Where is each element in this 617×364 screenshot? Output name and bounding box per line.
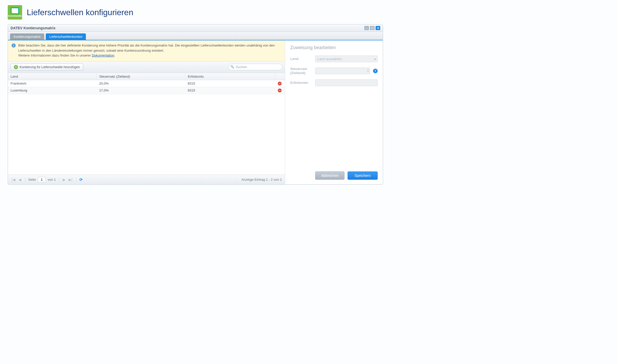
search-input[interactable] [228,64,282,70]
last-page-icon[interactable]: ▶| [68,178,73,182]
label-land: Land: [290,57,312,61]
col-steuersatz[interactable]: Steuersatz (Zielland) [97,73,185,80]
label-steuersatz: Steuersatz (Zielland): [290,67,312,75]
land-select[interactable]: Land auswählen ▾ [315,56,378,62]
previous-page-icon[interactable]: ◀ [18,178,22,182]
panel-title: DATEV Kontierungsmatrix [11,26,56,30]
page-title: Lieferschwellen konfigurieren [27,8,133,17]
pager-summary: Anzeige Eintrag 1 - 2 von 2 [241,178,282,181]
panel-datev-kontierungsmatrix: DATEV Kontierungsmatrix — ◻ ✕ Kontierung… [8,24,383,185]
help-icon[interactable]: ? [373,69,378,73]
col-land[interactable]: Land [8,73,97,80]
save-button[interactable]: Speichern [348,171,378,180]
documentation-link[interactable]: Dokumentation [92,53,114,57]
add-kontierung-button[interactable]: + Kontierung für Lieferschwelle hinzufüg… [11,63,83,71]
info-box: i Bitte beachten Sie, dass die hier defi… [8,40,285,61]
tab-lieferschwellenkonten[interactable]: Lieferschwellenkonten [46,33,86,40]
logo-datev-schnittstelle: Schnittstelle [8,5,22,20]
minimize-icon[interactable]: — [364,26,369,30]
first-page-icon[interactable]: |◀ [11,178,16,182]
page-number-input[interactable] [38,177,46,182]
info-icon: i [12,43,16,48]
next-page-icon[interactable]: ▶ [62,178,66,182]
cancel-button[interactable]: Abbrechen [315,171,344,180]
chevron-down-icon: ▾ [374,58,376,61]
table-row[interactable]: Luxemburg 17,0% 8315 − [8,87,285,94]
search-icon: 🔍 [230,65,234,69]
col-erloeskonto[interactable]: Erlöskonto [185,73,275,80]
steuersatz-input[interactable]: ▲▼ [315,68,370,74]
table-row[interactable]: Frankreich 20,0% 8315 − [8,80,285,87]
tab-kontierungsmatrix[interactable]: Kontierungsmatrix [10,33,44,40]
add-icon: + [14,65,18,69]
spinner-icon: ▲▼ [367,69,369,72]
label-erloeskonto: Erlöskonto: [290,81,312,85]
erloeskonto-input[interactable] [315,79,378,86]
remove-row-icon[interactable]: − [278,88,282,93]
close-icon[interactable]: ✕ [376,26,380,30]
maximize-icon[interactable]: ◻ [370,26,375,30]
sidebar-title: Zuweisung bearbeiten [290,45,378,50]
refresh-icon[interactable]: ⟳ [79,177,83,182]
remove-row-icon[interactable]: − [278,81,282,86]
lieferschwellen-table: Land Steuersatz (Zielland) Erlöskonto Fr… [8,73,285,94]
